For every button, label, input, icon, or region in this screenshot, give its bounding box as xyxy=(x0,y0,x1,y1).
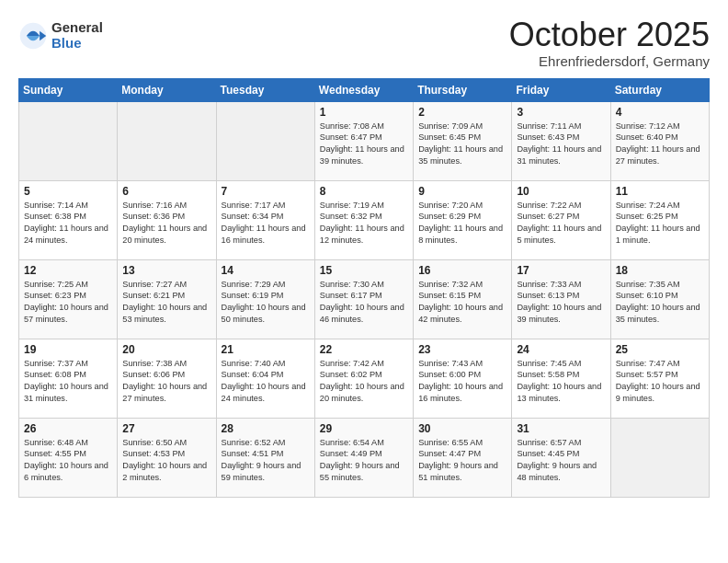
day-number: 30 xyxy=(418,422,506,435)
day-number: 11 xyxy=(616,185,704,198)
day-number: 3 xyxy=(517,106,605,119)
day-info: Sunrise: 7:25 AMSunset: 6:23 PMDaylight:… xyxy=(24,279,112,327)
day-info: Sunrise: 7:29 AMSunset: 6:19 PMDaylight:… xyxy=(222,279,310,327)
day-number: 18 xyxy=(616,264,704,277)
day-info: Sunrise: 7:14 AMSunset: 6:38 PMDaylight:… xyxy=(24,200,112,247)
day-number: 24 xyxy=(517,343,605,356)
logo-text: General Blue xyxy=(51,20,103,51)
day-info: Sunrise: 7:37 AMSunset: 6:08 PMDaylight:… xyxy=(24,358,112,406)
day-info: Sunrise: 7:45 AMSunset: 5:58 PMDaylight:… xyxy=(517,358,605,406)
table-row: 13 Sunrise: 7:27 AMSunset: 6:21 PMDaylig… xyxy=(118,259,216,339)
day-info: Sunrise: 7:20 AMSunset: 6:29 PMDaylight:… xyxy=(418,200,506,247)
col-thursday: Thursday xyxy=(414,78,512,101)
month-title: October 2025 xyxy=(509,17,710,53)
table-row: 5 Sunrise: 7:14 AMSunset: 6:38 PMDayligh… xyxy=(19,180,118,259)
day-number: 8 xyxy=(320,185,408,198)
table-row: 28 Sunrise: 6:52 AMSunset: 4:51 PMDaylig… xyxy=(216,418,314,497)
day-number: 17 xyxy=(517,264,605,277)
table-row: 24 Sunrise: 7:45 AMSunset: 5:58 PMDaylig… xyxy=(512,339,610,418)
table-row: 12 Sunrise: 7:25 AMSunset: 6:23 PMDaylig… xyxy=(19,259,118,339)
logo: General Blue xyxy=(18,20,103,51)
logo-icon xyxy=(18,21,48,51)
table-row: 22 Sunrise: 7:42 AMSunset: 6:02 PMDaylig… xyxy=(314,339,413,418)
day-info: Sunrise: 7:47 AMSunset: 5:57 PMDaylight:… xyxy=(616,358,704,406)
table-row: 2 Sunrise: 7:09 AMSunset: 6:45 PMDayligh… xyxy=(414,101,512,180)
day-number: 23 xyxy=(418,343,506,356)
day-number: 22 xyxy=(320,343,408,356)
day-info: Sunrise: 7:42 AMSunset: 6:02 PMDaylight:… xyxy=(320,358,408,406)
table-row: 6 Sunrise: 7:16 AMSunset: 6:36 PMDayligh… xyxy=(118,180,216,259)
table-row: 8 Sunrise: 7:19 AMSunset: 6:32 PMDayligh… xyxy=(314,180,413,259)
day-number: 21 xyxy=(222,343,310,356)
day-number: 25 xyxy=(616,343,704,356)
day-info: Sunrise: 7:17 AMSunset: 6:34 PMDaylight:… xyxy=(222,200,310,247)
table-row: 16 Sunrise: 7:32 AMSunset: 6:15 PMDaylig… xyxy=(414,259,512,339)
day-number: 5 xyxy=(24,185,112,198)
title-block: October 2025 Ehrenfriedersdorf, Germany xyxy=(509,17,710,69)
table-row: 1 Sunrise: 7:08 AMSunset: 6:47 PMDayligh… xyxy=(314,101,413,180)
day-number: 2 xyxy=(418,106,506,119)
table-row: 11 Sunrise: 7:24 AMSunset: 6:25 PMDaylig… xyxy=(610,180,709,259)
calendar-page: General Blue October 2025 Ehrenfriedersd… xyxy=(0,0,728,563)
col-sunday: Sunday xyxy=(19,78,118,101)
day-number: 16 xyxy=(418,264,506,277)
day-number: 20 xyxy=(122,343,210,356)
table-row: 10 Sunrise: 7:22 AMSunset: 6:27 PMDaylig… xyxy=(512,180,610,259)
logo-blue: Blue xyxy=(51,36,103,52)
day-number: 29 xyxy=(320,422,408,435)
day-info: Sunrise: 7:32 AMSunset: 6:15 PMDaylight:… xyxy=(418,279,506,327)
day-info: Sunrise: 7:33 AMSunset: 6:13 PMDaylight:… xyxy=(517,279,605,327)
table-row: 15 Sunrise: 7:30 AMSunset: 6:17 PMDaylig… xyxy=(314,259,413,339)
calendar-header-row: Sunday Monday Tuesday Wednesday Thursday… xyxy=(19,78,710,101)
calendar-week-row: 12 Sunrise: 7:25 AMSunset: 6:23 PMDaylig… xyxy=(19,259,710,339)
calendar-week-row: 26 Sunrise: 6:48 AMSunset: 4:55 PMDaylig… xyxy=(19,418,710,497)
day-number: 6 xyxy=(122,185,210,198)
day-info: Sunrise: 7:12 AMSunset: 6:40 PMDaylight:… xyxy=(616,121,704,168)
day-number: 14 xyxy=(222,264,310,277)
table-row: 20 Sunrise: 7:38 AMSunset: 6:06 PMDaylig… xyxy=(118,339,216,418)
day-info: Sunrise: 6:55 AMSunset: 4:47 PMDaylight:… xyxy=(418,437,506,485)
table-row xyxy=(216,101,314,180)
day-number: 28 xyxy=(222,422,310,435)
day-info: Sunrise: 7:08 AMSunset: 6:47 PMDaylight:… xyxy=(320,121,408,168)
table-row: 29 Sunrise: 6:54 AMSunset: 4:49 PMDaylig… xyxy=(314,418,413,497)
day-info: Sunrise: 7:11 AMSunset: 6:43 PMDaylight:… xyxy=(517,121,605,168)
table-row: 31 Sunrise: 6:57 AMSunset: 4:45 PMDaylig… xyxy=(512,418,610,497)
day-info: Sunrise: 7:09 AMSunset: 6:45 PMDaylight:… xyxy=(418,121,506,168)
day-number: 4 xyxy=(616,106,704,119)
day-info: Sunrise: 6:54 AMSunset: 4:49 PMDaylight:… xyxy=(320,437,408,485)
location-subtitle: Ehrenfriedersdorf, Germany xyxy=(509,53,710,69)
day-number: 12 xyxy=(24,264,112,277)
table-row: 17 Sunrise: 7:33 AMSunset: 6:13 PMDaylig… xyxy=(512,259,610,339)
table-row: 27 Sunrise: 6:50 AMSunset: 4:53 PMDaylig… xyxy=(118,418,216,497)
col-wednesday: Wednesday xyxy=(314,78,413,101)
day-info: Sunrise: 7:19 AMSunset: 6:32 PMDaylight:… xyxy=(320,200,408,247)
day-info: Sunrise: 7:16 AMSunset: 6:36 PMDaylight:… xyxy=(122,200,210,247)
day-number: 26 xyxy=(24,422,112,435)
logo-general: General xyxy=(51,20,103,36)
day-number: 15 xyxy=(320,264,408,277)
table-row: 18 Sunrise: 7:35 AMSunset: 6:10 PMDaylig… xyxy=(610,259,709,339)
day-info: Sunrise: 7:35 AMSunset: 6:10 PMDaylight:… xyxy=(616,279,704,327)
day-info: Sunrise: 7:27 AMSunset: 6:21 PMDaylight:… xyxy=(122,279,210,327)
day-info: Sunrise: 6:48 AMSunset: 4:55 PMDaylight:… xyxy=(24,437,112,485)
table-row xyxy=(19,101,118,180)
day-info: Sunrise: 7:30 AMSunset: 6:17 PMDaylight:… xyxy=(320,279,408,327)
table-row: 23 Sunrise: 7:43 AMSunset: 6:00 PMDaylig… xyxy=(414,339,512,418)
day-number: 10 xyxy=(517,185,605,198)
day-number: 1 xyxy=(320,106,408,119)
day-number: 19 xyxy=(24,343,112,356)
table-row: 21 Sunrise: 7:40 AMSunset: 6:04 PMDaylig… xyxy=(216,339,314,418)
day-number: 7 xyxy=(222,185,310,198)
day-info: Sunrise: 7:24 AMSunset: 6:25 PMDaylight:… xyxy=(616,200,704,247)
table-row: 25 Sunrise: 7:47 AMSunset: 5:57 PMDaylig… xyxy=(610,339,709,418)
day-number: 13 xyxy=(122,264,210,277)
calendar-week-row: 19 Sunrise: 7:37 AMSunset: 6:08 PMDaylig… xyxy=(19,339,710,418)
calendar-week-row: 1 Sunrise: 7:08 AMSunset: 6:47 PMDayligh… xyxy=(19,101,710,180)
day-number: 27 xyxy=(122,422,210,435)
day-info: Sunrise: 7:38 AMSunset: 6:06 PMDaylight:… xyxy=(122,358,210,406)
table-row: 3 Sunrise: 7:11 AMSunset: 6:43 PMDayligh… xyxy=(512,101,610,180)
day-number: 31 xyxy=(517,422,605,435)
table-row: 9 Sunrise: 7:20 AMSunset: 6:29 PMDayligh… xyxy=(414,180,512,259)
day-info: Sunrise: 7:40 AMSunset: 6:04 PMDaylight:… xyxy=(222,358,310,406)
